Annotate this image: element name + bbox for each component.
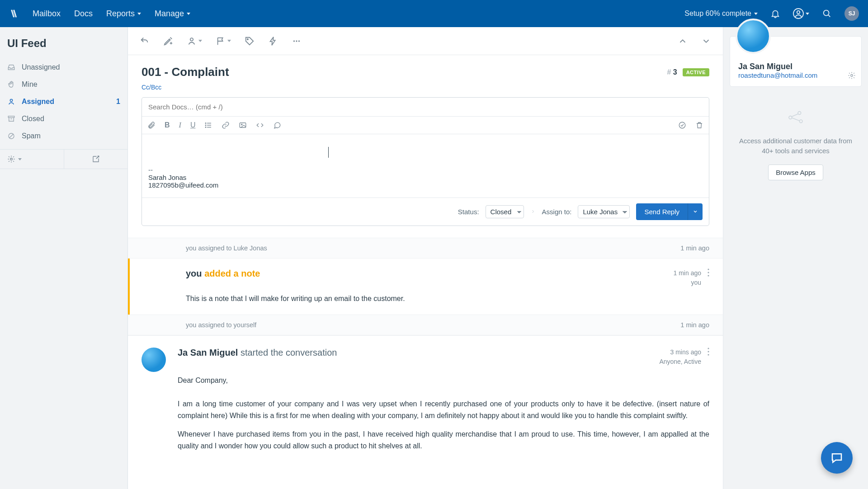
link-button[interactable]: [222, 121, 230, 129]
status-select[interactable]: Closed: [486, 205, 524, 218]
sidebar-settings-button[interactable]: [0, 150, 64, 169]
ccbcc-toggle[interactable]: Cc/Bcc: [142, 84, 709, 91]
note-meta: 1 min ago you: [674, 268, 701, 287]
search-icon[interactable]: [822, 9, 832, 19]
image-button[interactable]: [239, 121, 247, 129]
message-paragraph: Whenever I have purchased items from you…: [178, 428, 709, 451]
svg-point-24: [851, 75, 853, 77]
block-icon: [7, 132, 15, 140]
customer-settings-button[interactable]: [848, 71, 856, 81]
chevron-down-icon: [198, 40, 202, 42]
nav-docs[interactable]: Docs: [74, 9, 93, 19]
person-icon: [7, 98, 15, 106]
bold-button[interactable]: B: [165, 121, 170, 129]
next-button[interactable]: [701, 36, 711, 46]
svg-point-17: [679, 122, 685, 128]
mailbox-title: UI Feed: [0, 27, 127, 59]
status-label: Status:: [458, 208, 479, 216]
conversation-title: 001 - Complaint: [142, 65, 229, 79]
sidebar-item-closed[interactable]: Closed: [0, 110, 127, 127]
svg-rect-15: [240, 123, 246, 128]
customer-panel: Ja San Miguel roastedtuna@hotmail.com Ac…: [723, 27, 868, 489]
notifications-icon[interactable]: [770, 9, 780, 19]
user-avatar[interactable]: SJ: [844, 6, 859, 21]
nav-reports[interactable]: Reports: [106, 9, 141, 19]
svg-point-2: [824, 10, 829, 16]
svg-point-20: [708, 275, 709, 276]
svg-point-27: [799, 120, 802, 123]
message-menu-button[interactable]: [708, 348, 709, 367]
assign-button[interactable]: [187, 36, 202, 46]
message-paragraph: I am a long time customer of your compan…: [178, 398, 709, 421]
workflow-button[interactable]: [268, 36, 278, 46]
send-reply-menu[interactable]: [688, 203, 703, 220]
activity-row-assigned: you assigned to Luke Jonas 1 min ago: [128, 238, 723, 259]
conversation-toolbar: [128, 27, 723, 55]
sidebar-item-assigned[interactable]: Assigned 1: [0, 93, 127, 110]
sidebar-item-mine[interactable]: Mine: [0, 76, 127, 93]
timestamp: 1 min ago: [680, 321, 709, 329]
note-menu-button[interactable]: [708, 268, 709, 278]
app-logo[interactable]: [9, 8, 20, 19]
chevron-down-icon: [806, 13, 809, 15]
approve-button[interactable]: [678, 121, 686, 129]
timestamp: 1 min ago: [680, 244, 709, 252]
assign-select[interactable]: Luke Jonas: [578, 205, 630, 218]
emoji-button[interactable]: [273, 121, 281, 129]
code-icon: [256, 121, 264, 129]
bold-icon: B: [165, 121, 170, 129]
more-button[interactable]: [292, 36, 302, 46]
svg-point-23: [708, 354, 709, 355]
sidebar-compose-button[interactable]: [64, 150, 128, 169]
customer-email[interactable]: roastedtuna@hotmail.com: [738, 71, 817, 79]
setup-progress[interactable]: Setup 60% complete: [684, 9, 758, 18]
note-button[interactable]: [163, 36, 173, 46]
italic-button[interactable]: I: [179, 121, 181, 129]
nav-manage[interactable]: Manage: [155, 9, 190, 19]
underline-button[interactable]: U: [190, 121, 196, 129]
discard-button[interactable]: [695, 121, 703, 129]
browse-apps-button[interactable]: Browse Apps: [768, 165, 823, 180]
note-item: you added a note 1 min ago you This is a…: [128, 259, 723, 315]
svg-point-9: [293, 40, 295, 42]
list-button[interactable]: [204, 121, 212, 129]
conversation-panel: 001 - Complaint # 3 ACTIVE Cc/Bcc B I U: [128, 27, 723, 489]
status-button[interactable]: [216, 36, 231, 46]
message-greeting: Dear Company,: [178, 376, 709, 385]
svg-point-13: [206, 125, 207, 126]
nav-mailbox[interactable]: Mailbox: [33, 9, 61, 19]
list-icon: [204, 121, 212, 129]
image-icon: [239, 121, 247, 129]
chevron-down-icon: [18, 158, 22, 160]
chevron-down-icon: [187, 13, 190, 15]
link-icon: [222, 121, 230, 129]
sidebar-item-unassigned[interactable]: Unassigned: [0, 59, 127, 76]
svg-point-8: [247, 38, 248, 39]
dots-icon: [292, 36, 302, 46]
attach-button[interactable]: [147, 121, 156, 129]
svg-point-16: [241, 124, 242, 125]
sidebar-item-spam[interactable]: Spam: [0, 127, 127, 145]
people-icon[interactable]: [793, 8, 809, 19]
tag-button[interactable]: [245, 36, 255, 46]
gear-icon: [848, 71, 856, 80]
hand-icon: [7, 80, 15, 89]
editor-body[interactable]: -- Sarah Jonas 1827095b@uifeed.com: [142, 134, 709, 197]
status-badge: ACTIVE: [683, 68, 709, 76]
code-button[interactable]: [256, 121, 264, 129]
inbox-icon: [7, 63, 15, 71]
sidebar: UI Feed Unassigned Mine Assigned 1 Close…: [0, 27, 128, 489]
svg-point-3: [10, 99, 12, 101]
trash-icon: [695, 121, 703, 129]
back-button[interactable]: [140, 36, 150, 46]
customer-name: Ja San Miguel: [738, 62, 853, 71]
help-fab[interactable]: [821, 442, 853, 474]
chevron-down-icon: [701, 36, 711, 46]
svg-point-18: [708, 268, 709, 270]
archive-icon: [7, 115, 15, 123]
docs-search-input[interactable]: [142, 98, 709, 116]
chevron-down-icon: [754, 13, 758, 15]
send-reply-button[interactable]: Send Reply: [636, 203, 688, 220]
pencil-plus-icon: [163, 36, 173, 46]
prev-button[interactable]: [678, 36, 688, 46]
